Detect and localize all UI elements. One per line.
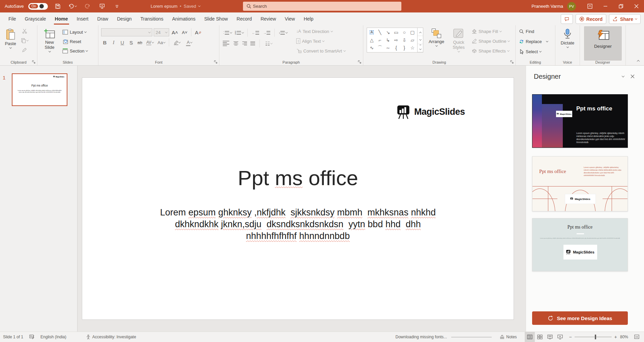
text-direction-dropdown-icon[interactable] [331,30,333,32]
format-painter-button[interactable] [21,46,28,54]
shape-effects-dropdown-icon[interactable] [507,49,510,52]
document-title[interactable]: Lorem epsum • Saved [151,0,200,12]
increase-indent-button[interactable]: → [262,29,271,36]
text-highlight-dropdown-icon[interactable] [178,41,181,43]
font-name-dropdown-icon[interactable] [148,31,151,33]
decrease-indent-button[interactable]: ← [251,29,260,36]
user-name[interactable]: Praneeth Varma [531,4,563,9]
magicslides-logo[interactable]: MagicSlides [397,104,465,119]
bold-button[interactable]: B [101,39,109,46]
tab-transitions[interactable]: Transitions [136,13,168,25]
columns-button[interactable] [264,40,274,47]
text-box-shape-icon[interactable]: A [370,30,374,34]
quick-styles-dropdown-icon[interactable] [457,50,460,53]
elbow-connector-shape-icon[interactable]: ⌐ [378,38,381,42]
share-button[interactable]: Share [609,14,641,24]
underline-button[interactable]: U [119,39,126,46]
zoom-slider[interactable] [575,337,612,337]
design-idea-3[interactable]: Ppt ms office Lorem epsum ghknksy ,nkfjd… [532,218,628,271]
tab-slide-show[interactable]: Slide Show [200,13,232,25]
tab-file[interactable]: File [4,13,21,25]
select-dropdown-icon[interactable] [539,50,542,52]
line-arrow-shape-icon[interactable]: ↘ [386,30,390,35]
line-spacing-dropdown-icon[interactable] [285,31,288,33]
save-button[interactable] [53,2,63,11]
text-highlight-button[interactable] [172,39,182,46]
numbering-button[interactable]: 123 [235,29,244,36]
character-spacing-dropdown-icon[interactable] [152,41,154,43]
undo-button[interactable] [67,2,78,11]
star-shape-icon[interactable]: ☆ [410,45,415,50]
design-idea-1[interactable]: MagicSlides Ppt ms office Lorem epsum gh… [532,94,628,148]
collapse-ribbon-button[interactable] [637,57,639,63]
columns-dropdown-icon[interactable] [270,42,273,44]
tab-record[interactable]: Record [232,13,256,25]
slide-body-textbox[interactable]: Lorem epsum ghknksy ,nkfjdhk sjkksnkdsy … [116,207,480,242]
clear-formatting-button[interactable]: A [194,29,203,36]
layout-button[interactable]: Layout [62,28,88,36]
slide-canvas[interactable]: MagicSlides Ppt ms office Lorem epsum gh… [82,77,514,320]
minimize-button[interactable] [597,0,613,12]
font-dialog-launcher[interactable] [214,60,218,64]
section-button[interactable]: Section [62,47,88,55]
paste-dropdown-icon[interactable] [9,46,11,49]
spell-check-button[interactable] [26,332,37,342]
shape-effects-button[interactable]: Shape Effects [472,47,510,55]
align-right-button[interactable] [242,41,247,45]
italic-button[interactable]: I [110,39,117,46]
tab-home[interactable]: Home [51,13,72,25]
zoom-slider-thumb[interactable] [595,335,596,339]
left-brace-shape-icon[interactable]: { [395,45,397,50]
shape-fill-dropdown-icon[interactable] [499,30,502,32]
select-button[interactable]: Select [519,47,548,56]
right-arrow-shape-icon[interactable]: ⇨ [394,38,398,42]
triangle-shape-icon[interactable]: △ [370,38,374,42]
font-color-dropdown-icon[interactable] [190,41,192,43]
grow-font-button[interactable]: A˄ [171,29,179,36]
zoom-level[interactable]: 80% [617,332,631,342]
comments-button[interactable] [561,14,573,24]
autosave-toggle[interactable]: On [28,3,48,10]
zoom-in-button[interactable]: + [614,334,617,340]
change-case-dropdown-icon[interactable] [163,41,165,43]
find-button[interactable]: Find [519,27,548,35]
clipboard-dialog-launcher[interactable] [32,60,36,64]
zoom-out-button[interactable]: − [569,334,572,340]
font-size-dropdown-icon[interactable] [165,31,167,33]
tab-help[interactable]: Help [299,13,318,25]
line-spacing-button[interactable]: ↕ [278,29,288,36]
bullets-dropdown-icon[interactable] [230,31,232,33]
share-dropdown-icon[interactable] [635,18,637,20]
arrange-dropdown-icon[interactable] [435,44,437,47]
character-spacing-button[interactable]: AV [145,39,155,46]
rounded-rectangle-shape-icon[interactable]: ▢ [410,30,415,35]
oval-shape-icon[interactable]: ○ [403,30,406,35]
change-case-button[interactable]: Aa [156,39,166,46]
slide-indicator[interactable]: Slide 1 of 1 [0,332,26,342]
search-input[interactable]: Search [243,2,401,11]
down-arrow-shape-icon[interactable]: ⇩ [402,38,406,42]
shapes-scroll-up-button[interactable] [418,28,423,36]
tab-design[interactable]: Design [113,13,136,25]
align-text-button[interactable]: ↕ Align Text [296,37,345,45]
undo-dropdown-icon[interactable] [74,5,77,7]
cut-button[interactable] [21,27,28,35]
tab-insert[interactable]: Insert [72,13,93,25]
text-direction-button[interactable]: ↓A Text Direction [296,27,345,35]
copy-dropdown-icon[interactable] [26,39,29,41]
slide-thumbnail-1[interactable]: MagicSlides Ppt ms office Lorem epsum gh… [12,73,67,106]
reading-view-button[interactable] [545,332,555,342]
start-presentation-button[interactable] [97,2,107,11]
tab-review[interactable]: Review [256,13,280,25]
shape-outline-button[interactable]: Shape Outline [472,37,510,45]
new-slide-button[interactable]: New Slide [40,26,59,53]
paste-button[interactable]: Paste [2,26,19,49]
arrange-button[interactable]: Arrange [427,26,446,47]
designer-panel-collapse-button[interactable] [618,72,628,80]
copy-button[interactable] [21,37,28,44]
dictate-dropdown-icon[interactable] [566,46,569,48]
shrink-font-button[interactable]: A˅ [181,29,189,36]
shape-outline-dropdown-icon[interactable] [508,39,510,42]
ribbon-display-options-button[interactable] [582,0,597,12]
close-button[interactable] [628,0,644,12]
